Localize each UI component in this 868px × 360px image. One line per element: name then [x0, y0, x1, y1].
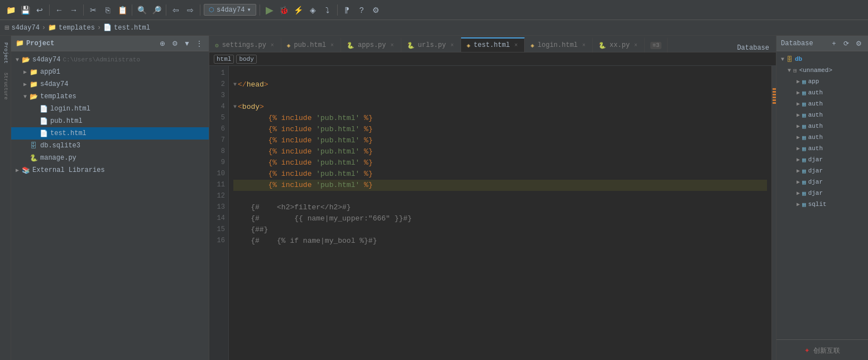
step-icon[interactable]: ⤵: [322, 4, 334, 16]
tree-item-s4day74-pkg[interactable]: ▶ 📁 s4day74: [11, 78, 209, 90]
search-icon[interactable]: ⁋: [341, 4, 353, 16]
project-selector[interactable]: ⬡ s4day74 ▾: [204, 4, 256, 16]
panel-add-btn[interactable]: ⊕: [157, 39, 167, 49]
cut-icon[interactable]: ✂: [87, 4, 99, 16]
xx-tab-close[interactable]: ×: [633, 42, 639, 49]
tree-item-manage-py[interactable]: 🐍 manage.py: [11, 152, 209, 164]
test-tab-close[interactable]: ×: [513, 42, 519, 49]
tab-apps-py[interactable]: 🐍 apps.py ×: [341, 37, 401, 52]
structure-tab-vertical[interactable]: Structure: [3, 73, 8, 100]
breadcrumb-project[interactable]: s4day74: [11, 24, 39, 32]
tree-item-pub-html[interactable]: 📄 pub.html: [11, 115, 209, 127]
linenum-3: 3: [209, 90, 225, 102]
db-add-btn[interactable]: +: [829, 39, 839, 49]
t6-open: {%: [268, 124, 277, 135]
db-table-djar1[interactable]: ▶ ▦ djar: [776, 154, 868, 165]
bookmark-icon[interactable]: ?: [356, 4, 368, 16]
save-icon[interactable]: 💾: [19, 4, 31, 16]
paste-icon[interactable]: 📋: [116, 4, 128, 16]
settings-icon[interactable]: ⚙: [370, 4, 382, 16]
djar4-icon: ▦: [802, 190, 806, 197]
forward2-icon[interactable]: ⇨: [184, 4, 196, 16]
settings-tab-icon: ⚙: [215, 42, 219, 49]
db-table-auth2[interactable]: ▶ ▦ auth: [776, 98, 868, 109]
zoom-in-icon[interactable]: 🔎: [150, 4, 162, 16]
tab-settings-py[interactable]: ⚙ settings.py ×: [209, 37, 281, 52]
login-file-icon: 📄: [39, 104, 48, 113]
db-root-item[interactable]: ▼ 🗄 db: [776, 54, 868, 65]
profile-icon[interactable]: ◈: [307, 4, 319, 16]
db-table-auth4[interactable]: ▶ ▦ auth: [776, 121, 868, 132]
panel-more-btn[interactable]: ⋮: [194, 39, 204, 49]
tree-item-root[interactable]: ▼ 📂 s4day74 C:\Users\Administrato: [11, 54, 209, 66]
t9-open: {%: [268, 157, 277, 169]
panel-settings-btn[interactable]: ⚙: [170, 39, 180, 49]
tree-item-login-html[interactable]: 📄 login.html: [11, 103, 209, 115]
login-arrow-icon: [31, 106, 39, 112]
apps-tab-close[interactable]: ×: [390, 42, 395, 49]
manage-file-icon: 🐍: [29, 153, 38, 162]
tree-item-templates[interactable]: ▼ 📂 templates: [11, 90, 209, 103]
db-table-djar2[interactable]: ▶ ▦ djar: [776, 165, 868, 176]
urls-tab-close[interactable]: ×: [449, 42, 455, 49]
breadcrumb-file[interactable]: test.html: [114, 24, 150, 32]
templates-label: templates: [40, 93, 76, 100]
t9-include: include: [281, 157, 312, 169]
project-tab-vertical[interactable]: Project: [3, 42, 8, 64]
zoom-out-icon[interactable]: 🔍: [136, 4, 148, 16]
tab-xx-py[interactable]: 🐍 xx.py ×: [593, 37, 645, 52]
tab-login-html[interactable]: ◈ login.html ×: [525, 37, 593, 52]
tree-item-app01[interactable]: ▶ 📁 app01: [11, 66, 209, 78]
tree-item-external-libs[interactable]: ▶ 📚 External Libraries: [11, 164, 209, 176]
settings-tab-close[interactable]: ×: [270, 42, 275, 49]
refresh-icon[interactable]: ↩: [33, 4, 46, 16]
t9-close: %}: [364, 157, 373, 169]
panel-filter-btn[interactable]: ▼: [182, 39, 192, 49]
db-settings-btn[interactable]: ⚙: [853, 39, 864, 49]
db-connect-btn[interactable]: ⟳: [841, 39, 851, 49]
urls-tab-label: urls.py: [418, 41, 446, 49]
panel-actions: ⊕ ⚙ ▼ ⋮: [157, 39, 204, 49]
fold-4-icon: ▼: [233, 102, 237, 113]
tab-extra[interactable]: ≡3: [645, 37, 668, 52]
auth4-arrow: ▶: [794, 123, 802, 129]
pub-tab-close[interactable]: ×: [329, 42, 335, 49]
db-table-auth3[interactable]: ▶ ▦ auth: [776, 109, 868, 121]
database-tab-label[interactable]: Database: [730, 44, 776, 52]
back-icon[interactable]: ←: [53, 4, 65, 16]
login-tab-close[interactable]: ×: [581, 42, 587, 49]
db-table-djar4[interactable]: ▶ ▦ djar: [776, 188, 868, 199]
back2-icon[interactable]: ⇦: [170, 4, 182, 16]
run-button[interactable]: ▶: [263, 4, 276, 16]
db-table-sqlit[interactable]: ▶ ▦ sqlit: [776, 199, 868, 210]
auth6-label: auth: [808, 145, 823, 152]
tab-urls-py[interactable]: 🐍 urls.py ×: [401, 37, 461, 52]
db-table-auth6[interactable]: ▶ ▦ auth: [776, 143, 868, 154]
tree-item-db-sqlite3[interactable]: 🗄 db.sqlite3: [11, 140, 209, 152]
db-root-arrow: ▼: [779, 56, 787, 63]
djar4-arrow: ▶: [794, 190, 802, 196]
tree-item-test-html[interactable]: 📄 test.html: [11, 127, 209, 140]
t5-space3: [359, 113, 364, 124]
db-table-auth1[interactable]: ▶ ▦ auth: [776, 87, 868, 98]
db-table-auth5[interactable]: ▶ ▦ auth: [776, 132, 868, 143]
coverage-icon[interactable]: ⚡: [292, 4, 305, 16]
debug-icon[interactable]: 🐞: [278, 4, 290, 16]
login-label: login.html: [50, 105, 90, 113]
tab-pub-html[interactable]: ◈ pub.html ×: [281, 37, 341, 52]
db-unnamed-item[interactable]: ▼ ⊞ <unnamed>: [776, 65, 868, 76]
djar1-icon: ▦: [802, 156, 806, 164]
db-label: db.sqlite3: [40, 142, 80, 150]
tab-test-html[interactable]: ◈ test.html ×: [461, 37, 525, 52]
db-table-djar3[interactable]: ▶ ▦ djar: [776, 176, 868, 188]
folder-icon[interactable]: 📁: [4, 4, 17, 16]
forward-icon[interactable]: →: [68, 4, 80, 16]
copy-icon[interactable]: ⎘: [102, 4, 114, 16]
file-tree: ▼ 📂 s4day74 C:\Users\Administrato ▶ 📁 ap…: [11, 51, 209, 360]
t11-open: {%: [268, 180, 277, 191]
db-table-app[interactable]: ▶ ▦ app: [776, 76, 868, 87]
code-content[interactable]: ▼ </head> ▼ <body> {% include: [229, 66, 771, 360]
breadcrumb-templates[interactable]: templates: [59, 24, 95, 32]
database-panel: Database + ⟳ ⚙ ▼ 🗄 db ▼ ⊞ <unnamed> ▶: [776, 36, 868, 360]
scroll-indicator[interactable]: [771, 66, 776, 360]
